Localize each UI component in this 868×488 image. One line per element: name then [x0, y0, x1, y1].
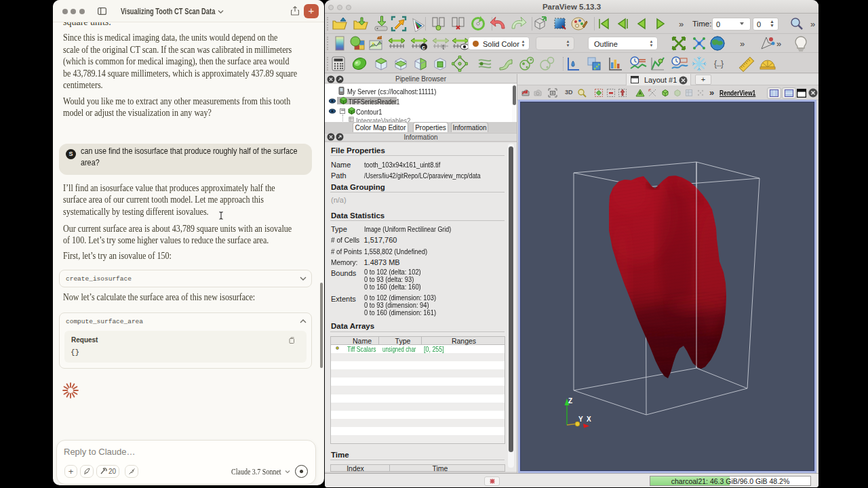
svg-text:c: c — [422, 44, 425, 51]
svg-text:X: X — [587, 415, 591, 423]
svg-text:t: t — [442, 43, 445, 51]
svg-text:Z: Z — [568, 397, 572, 405]
svg-text:Y: Y — [578, 415, 583, 423]
